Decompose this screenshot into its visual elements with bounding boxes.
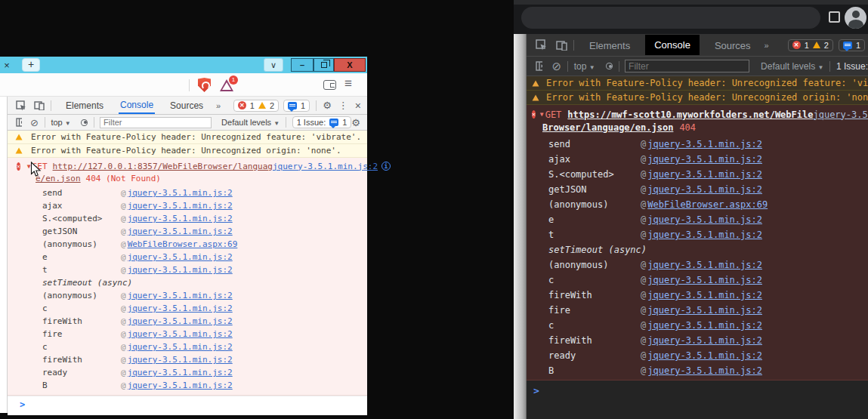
more-tabs-icon[interactable]: » xyxy=(765,41,769,50)
error-warning-counter[interactable]: ✕ 1 2 xyxy=(233,100,279,112)
inspect-element-icon[interactable] xyxy=(16,100,26,111)
tab-sources[interactable]: Sources xyxy=(168,97,205,113)
frame-location-link[interactable]: jquery-3.5.1.min.js:2 xyxy=(128,316,233,326)
frame-location-link[interactable]: jquery-3.5.1.min.js:2 xyxy=(647,275,762,285)
side-panel-icon[interactable] xyxy=(829,11,840,23)
frame-location-link[interactable]: jquery-3.5.1.min.js:2 xyxy=(647,320,762,331)
frame-location-link[interactable]: WebFileBrowser.aspx:69 xyxy=(647,199,768,210)
frame-location-link[interactable]: jquery-3.5.1.min.js:2 xyxy=(647,184,762,195)
console-prompt-row[interactable]: > xyxy=(8,396,367,415)
tab-search-dropdown-button[interactable]: ∨ xyxy=(264,58,283,72)
tab-sources[interactable]: Sources xyxy=(713,37,752,54)
frame-location-link[interactable]: jquery-3.5.1.min.js:2 xyxy=(647,350,762,361)
frame-location-link[interactable]: jquery-3.5.1.min.js:2 xyxy=(128,201,233,211)
brave-shield-icon[interactable] xyxy=(198,78,211,92)
expander-icon[interactable]: ▼ xyxy=(540,111,544,118)
error-url-link[interactable]: http://127.0.0.1:8357/WebFileBrowser/lan… xyxy=(53,162,273,171)
tab-elements[interactable]: Elements xyxy=(588,37,632,54)
window-close-button[interactable]: X xyxy=(334,58,366,72)
console-sidebar-icon[interactable] xyxy=(536,61,542,71)
device-toolbar-icon[interactable] xyxy=(556,40,567,51)
frame-location-link[interactable]: jquery-3.5.1.min.js:2 xyxy=(647,335,762,346)
frame-location-link[interactable]: jquery-3.5.1.min.js:2 xyxy=(647,290,762,300)
error-url-link-wrap[interactable]: Browser/language/en.json xyxy=(542,122,673,133)
live-expression-eye-icon[interactable] xyxy=(606,63,613,69)
minimize-button[interactable]: – xyxy=(291,58,314,72)
frame-location-link[interactable]: jquery-3.5.1.min.js:2 xyxy=(647,154,762,165)
frame-location-link[interactable]: jquery-3.5.1.min.js:2 xyxy=(128,226,233,236)
clear-console-icon[interactable]: ⊘ xyxy=(30,117,39,128)
frame-at-symbol: @ xyxy=(641,230,646,240)
message-counter[interactable]: 1 xyxy=(283,100,310,112)
console-sidebar-icon[interactable] xyxy=(16,118,22,127)
error-source-link[interactable]: jquery-3.5.1.min.js:2 xyxy=(813,109,868,120)
address-bar[interactable] xyxy=(521,7,820,29)
frame-location-link[interactable]: jquery-3.5.1.min.js:2 xyxy=(128,303,233,313)
frame-location-link[interactable]: jquery-3.5.1.min.js:2 xyxy=(128,252,233,262)
device-toolbar-icon[interactable] xyxy=(34,100,45,110)
frame-location-link[interactable]: jquery-3.5.1.min.js:2 xyxy=(647,260,762,270)
inspect-element-icon[interactable] xyxy=(536,39,547,51)
frame-location-link[interactable]: jquery-3.5.1.min.js:2 xyxy=(128,380,233,390)
issue-info-icon[interactable]: i xyxy=(381,162,391,171)
maximize-button[interactable] xyxy=(314,58,334,72)
stack-frame-row: t@ jquery-3.5.1.min.js:2 xyxy=(8,263,367,276)
issues-counter[interactable]: 1 Issue: 1 xyxy=(292,116,352,128)
error-url-link-wrap[interactable]: e/en.json xyxy=(36,174,81,183)
clear-console-icon[interactable]: ⊘ xyxy=(552,60,562,73)
error-source-link[interactable]: jquery-3.5.1.min.js:2 xyxy=(273,162,378,171)
frame-location-link[interactable]: jquery-3.5.1.min.js:2 xyxy=(647,365,762,376)
new-tab-button[interactable]: + xyxy=(22,58,40,72)
devtools-close-icon[interactable]: × xyxy=(355,100,361,112)
wallet-icon[interactable] xyxy=(323,80,336,90)
error-warning-counter[interactable]: ✕ 1 2 xyxy=(788,39,833,51)
error-line-1: ✕ ▼ GET https://mwf-scott10.myworkfolder… xyxy=(527,108,868,121)
kebab-menu-icon[interactable]: ⋮ xyxy=(338,100,348,111)
frame-location-link[interactable]: jquery-3.5.1.min.js:2 xyxy=(128,291,233,300)
error-url-link[interactable]: https://mwf-scott10.myworkfolders.net/We… xyxy=(567,109,813,120)
tab-elements[interactable]: Elements xyxy=(64,97,105,113)
context-selector[interactable]: top ▼ xyxy=(51,118,70,127)
more-tabs-icon[interactable]: » xyxy=(216,101,221,110)
frame-location-link[interactable]: jquery-3.5.1.min.js:2 xyxy=(128,355,233,365)
frame-location-link[interactable]: jquery-3.5.1.min.js:2 xyxy=(647,169,762,180)
console-settings-gear-icon[interactable]: ⚙ xyxy=(351,117,360,128)
tab-console[interactable]: Console xyxy=(119,97,155,114)
console-filter-input[interactable] xyxy=(100,117,212,128)
frame-location-link[interactable]: jquery-3.5.1.min.js:2 xyxy=(128,188,233,198)
log-level-selector[interactable]: Default levels ▼ xyxy=(221,118,280,127)
console-prompt-row[interactable]: > xyxy=(527,380,868,400)
frame-function-label: fire xyxy=(548,305,641,316)
message-counter[interactable]: 1 xyxy=(839,39,865,51)
frame-location-link[interactable]: jquery-3.5.1.min.js:2 xyxy=(647,214,762,225)
warning-count: 2 xyxy=(270,101,274,110)
menu-icon[interactable]: ≡ xyxy=(344,76,352,91)
stack-trace: send@ jquery-3.5.1.min.js:2ajax@ jquery-… xyxy=(8,186,367,392)
stack-frame-row: fire@ jquery-3.5.1.min.js:2 xyxy=(527,303,868,318)
log-level-selector[interactable]: Default levels ▼ xyxy=(761,61,823,72)
settings-gear-icon[interactable]: ⚙ xyxy=(323,100,332,111)
frame-location-link[interactable]: jquery-3.5.1.min.js:2 xyxy=(128,265,233,275)
frame-location-link[interactable]: jquery-3.5.1.min.js:2 xyxy=(647,230,762,240)
console-filter-input[interactable] xyxy=(625,60,749,72)
frame-location-link[interactable]: jquery-3.5.1.min.js:2 xyxy=(128,368,233,377)
console-messages: Error with Feature-Policy header: Unreco… xyxy=(8,131,367,415)
tab-close-icon[interactable]: × xyxy=(2,60,11,71)
divider xyxy=(94,117,94,128)
frame-function-label: B xyxy=(548,365,641,376)
stack-frame-row: send@ jquery-3.5.1.min.js:2 xyxy=(8,186,367,199)
live-expression-eye-icon[interactable] xyxy=(81,119,88,126)
tab-console[interactable]: Console xyxy=(645,35,700,55)
error-line-2: Browser/language/en.json 404 xyxy=(527,121,868,134)
frame-location-link[interactable]: jquery-3.5.1.min.js:2 xyxy=(128,214,233,223)
issues-counter[interactable]: 1 Issue: xyxy=(836,61,868,72)
frame-location-link[interactable]: jquery-3.5.1.min.js:2 xyxy=(647,139,762,149)
frame-location-link[interactable]: jquery-3.5.1.min.js:2 xyxy=(128,342,233,352)
context-selector[interactable]: top ▼ xyxy=(574,61,595,72)
profile-avatar[interactable] xyxy=(845,7,866,29)
frame-location-link[interactable]: jquery-3.5.1.min.js:2 xyxy=(647,305,762,316)
frame-location-link[interactable]: jquery-3.5.1.min.js:2 xyxy=(128,329,233,339)
frame-location-link[interactable]: WebFileBrowser.aspx:69 xyxy=(128,239,238,249)
vertical-scrollbar[interactable] xyxy=(514,34,527,419)
error-line-1: ✕ ▼ GET http://127.0.0.1:8357/WebFileBro… xyxy=(8,160,367,172)
